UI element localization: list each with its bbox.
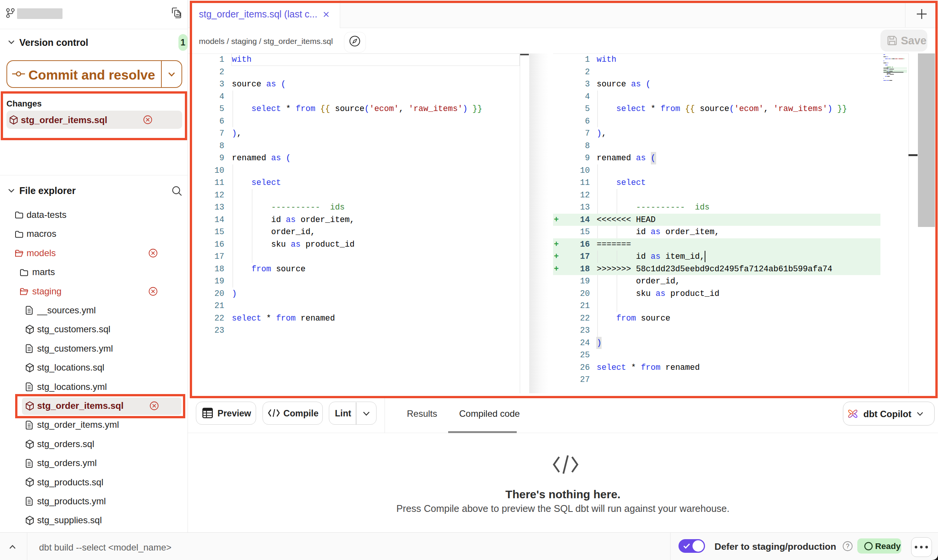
svg-text:?: ?: [846, 543, 849, 549]
